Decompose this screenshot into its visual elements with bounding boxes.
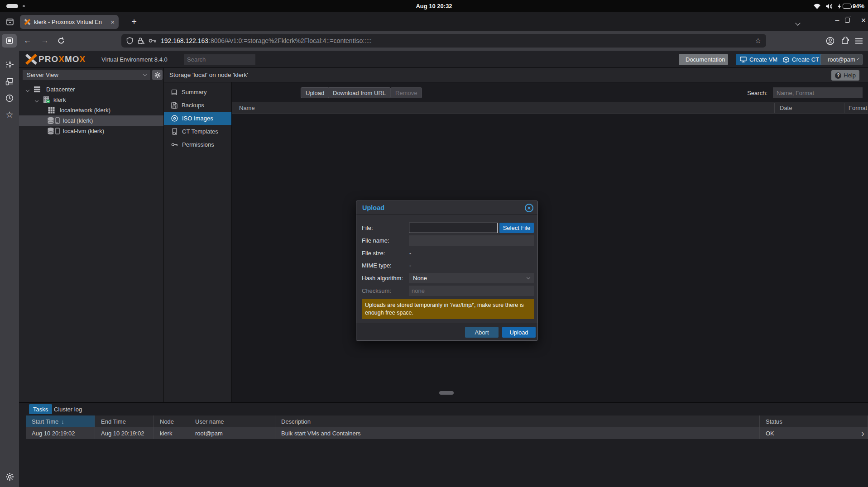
battery-indicator[interactable]: 94% bbox=[838, 3, 864, 10]
file-name-input[interactable] bbox=[409, 235, 534, 246]
content-search-input[interactable] bbox=[773, 87, 863, 98]
task-row[interactable]: Aug 10 20:19:02 Aug 10 20:19:02 klerk ro… bbox=[26, 427, 868, 439]
reload-button[interactable] bbox=[55, 35, 67, 46]
tab-list-chevron[interactable] bbox=[796, 19, 800, 26]
expander-icon[interactable] bbox=[35, 96, 38, 103]
ct-template-icon bbox=[171, 128, 178, 135]
account-icon[interactable] bbox=[826, 37, 834, 45]
tab-tasks[interactable]: Tasks bbox=[29, 404, 52, 414]
hash-algorithm-select[interactable]: None bbox=[409, 273, 534, 283]
key-icon[interactable] bbox=[149, 38, 157, 43]
monitor-icon bbox=[740, 57, 747, 62]
column-format[interactable]: Format bbox=[849, 105, 867, 111]
file-size-label: File size: bbox=[362, 250, 385, 257]
column-node[interactable]: Node bbox=[154, 415, 189, 427]
url-host-text: 192.168.122.163 bbox=[161, 37, 208, 44]
window-minimize-button[interactable]: – bbox=[831, 14, 843, 26]
tree-item-local-selected[interactable]: local (klerk) bbox=[19, 115, 163, 126]
help-button[interactable]: ? Help bbox=[831, 70, 859, 81]
upload-warning-banner: Uploads are stored temporarily in '/var/… bbox=[362, 299, 534, 319]
task-panel-tabs: Tasks Cluster log bbox=[19, 403, 868, 415]
column-description[interactable]: Description bbox=[275, 415, 760, 427]
menu-item-iso-images[interactable]: ISO Images bbox=[164, 112, 231, 125]
column-user-name[interactable]: User name bbox=[189, 415, 275, 427]
download-from-url-button[interactable]: Download from URL bbox=[328, 87, 391, 98]
dialog-close-icon[interactable]: × bbox=[525, 204, 533, 212]
permissions-key-icon bbox=[171, 142, 178, 148]
browser-sidebar-strip: ☆ bbox=[0, 51, 19, 487]
tree-item-datacenter[interactable]: Datacenter bbox=[19, 84, 163, 95]
tree-item-node-klerk[interactable]: klerk bbox=[19, 95, 163, 105]
workspace-dot[interactable] bbox=[23, 5, 25, 7]
abort-button[interactable]: Abort bbox=[465, 327, 499, 338]
column-date[interactable]: Date bbox=[780, 105, 792, 111]
dialog-upload-button[interactable]: Upload bbox=[502, 327, 536, 338]
view-selector[interactable]: Server View bbox=[23, 70, 150, 80]
menu-item-summary[interactable]: Summary bbox=[164, 86, 231, 99]
user-menu[interactable]: root@pam bbox=[820, 54, 863, 65]
column-end-time[interactable]: End Time bbox=[95, 415, 154, 427]
create-vm-button[interactable]: Create VM bbox=[736, 54, 782, 65]
horizontal-scrollbar-thumb[interactable] bbox=[439, 391, 454, 395]
system-clock[interactable]: Aug 10 20:32 bbox=[416, 3, 452, 10]
ai-sparkle-icon[interactable] bbox=[0, 58, 19, 72]
panel-square-icon bbox=[6, 37, 13, 44]
checksum-input[interactable] bbox=[409, 286, 534, 296]
bookmark-star-icon[interactable]: ☆ bbox=[755, 37, 761, 45]
extensions-icon[interactable] bbox=[841, 37, 849, 45]
remove-button[interactable]: Remove bbox=[390, 87, 422, 98]
tree-item-local-lvm[interactable]: local-lvm (klerk) bbox=[19, 126, 163, 136]
iso-table-header: Name Date Format Size bbox=[232, 102, 868, 114]
tree-item-label: localnetwork (klerk) bbox=[60, 107, 110, 114]
synced-tabs-icon[interactable] bbox=[0, 75, 19, 88]
column-status[interactable]: Status bbox=[760, 415, 868, 427]
workspace-pill[interactable] bbox=[6, 4, 18, 8]
task-start-time: Aug 10 20:19:02 bbox=[26, 427, 95, 439]
settings-gear-icon[interactable] bbox=[0, 470, 19, 483]
back-button[interactable]: ← bbox=[22, 35, 34, 46]
upload-button[interactable]: Upload bbox=[301, 87, 329, 98]
storage-menu: Summary Backups ISO Images bbox=[164, 82, 232, 402]
documentation-button[interactable]: Documentation bbox=[679, 54, 728, 65]
window-restore-button[interactable] bbox=[845, 18, 850, 23]
expander-icon[interactable] bbox=[26, 86, 29, 93]
tree-item-localnetwork[interactable]: localnetwork (klerk) bbox=[19, 105, 163, 115]
column-start-time[interactable]: Start Time ↓ bbox=[26, 415, 95, 427]
menu-item-permissions[interactable]: Permissions bbox=[164, 138, 231, 151]
file-path-input[interactable] bbox=[409, 223, 498, 233]
storage-icon bbox=[47, 127, 61, 135]
select-file-button[interactable]: Select File bbox=[499, 223, 534, 233]
dialog-footer: Abort Upload bbox=[356, 324, 537, 340]
tree-item-label: Datacenter bbox=[46, 86, 75, 93]
cube-icon bbox=[783, 57, 789, 63]
url-bar[interactable]: 192.168.122.163 :8006/#v1:0:=storage%2Fk… bbox=[121, 34, 766, 48]
task-description: Bulk start VMs and Containers bbox=[275, 427, 760, 439]
volume-icon bbox=[825, 3, 833, 10]
global-search-input[interactable] bbox=[184, 54, 255, 65]
sidebar-panel-button[interactable] bbox=[2, 34, 17, 48]
tab-close-icon[interactable]: × bbox=[110, 18, 115, 26]
create-ct-button[interactable]: Create CT bbox=[779, 54, 823, 65]
column-name[interactable]: Name bbox=[239, 105, 255, 111]
version-subtitle: Virtual Environment 8.4.0 bbox=[101, 56, 168, 63]
row-expand-chevron[interactable]: › bbox=[861, 428, 864, 438]
menu-hamburger-icon[interactable] bbox=[855, 38, 863, 44]
menu-item-backups[interactable]: Backups bbox=[164, 99, 231, 112]
history-clock-icon[interactable] bbox=[0, 91, 19, 105]
window-close-button[interactable]: × bbox=[858, 14, 868, 26]
browser-tab[interactable]: klerk - Proxmox Virtual En × bbox=[20, 15, 119, 29]
battery-icon bbox=[843, 4, 851, 9]
file-size-value: - bbox=[409, 250, 411, 257]
lock-warning-icon[interactable] bbox=[137, 37, 144, 44]
tab-cluster-log[interactable]: Cluster log bbox=[50, 404, 86, 414]
forward-button[interactable]: → bbox=[39, 35, 51, 46]
sidebar-toggle-button[interactable] bbox=[5, 16, 15, 27]
file-label: File: bbox=[362, 224, 373, 231]
new-tab-button[interactable]: + bbox=[128, 15, 140, 28]
menu-item-ct-templates[interactable]: CT Templates bbox=[164, 125, 231, 138]
checksum-label: Checksum: bbox=[362, 287, 391, 294]
iso-content: Upload Download from URL Remove Search: … bbox=[232, 82, 868, 402]
bookmarks-star-icon[interactable]: ☆ bbox=[0, 108, 19, 121]
dialog-header[interactable]: Upload × bbox=[356, 201, 537, 215]
tree-settings-button[interactable] bbox=[152, 70, 163, 80]
